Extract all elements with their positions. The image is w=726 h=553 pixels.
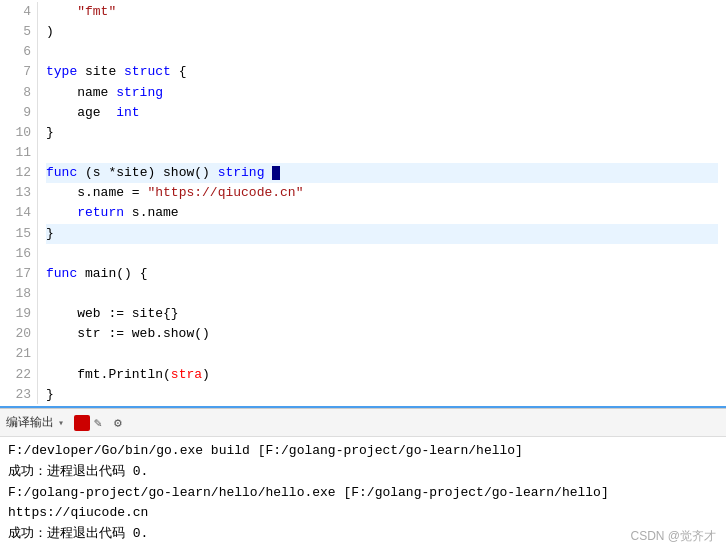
- line-number: 16: [6, 244, 31, 264]
- token-plain: str := web.show(): [46, 324, 210, 344]
- editor-area: 456789101112131415161718192021222324 "fm…: [0, 0, 726, 408]
- line-number: 6: [6, 42, 31, 62]
- line-number: 5: [6, 22, 31, 42]
- line-number: 23: [6, 385, 31, 405]
- token-plain: }: [46, 123, 54, 143]
- panel-label: 编译输出: [6, 414, 54, 431]
- token-error-token: stra: [171, 365, 202, 385]
- token-plain: [264, 163, 272, 183]
- code-line: }: [46, 385, 718, 404]
- code-content[interactable]: "fmt") type site struct { name string ag…: [38, 2, 726, 404]
- token-plain: }: [46, 385, 54, 404]
- token-string: "https://qiucode.cn": [147, 183, 303, 203]
- code-line: [46, 344, 718, 364]
- cursor: [272, 166, 280, 180]
- line-number: 21: [6, 344, 31, 364]
- token-kw: string: [218, 163, 265, 183]
- line-numbers: 456789101112131415161718192021222324: [0, 2, 38, 404]
- line-number: 14: [6, 203, 31, 223]
- token-plain: {: [171, 62, 187, 82]
- code-line: func (s *site) show() string: [46, 163, 718, 183]
- settings-button[interactable]: ⚙: [114, 415, 130, 431]
- line-number: 20: [6, 324, 31, 344]
- stop-button[interactable]: [74, 415, 90, 431]
- token-plain: ): [46, 22, 54, 42]
- token-plain: s.name: [124, 203, 179, 223]
- code-line: [46, 42, 718, 62]
- code-line: web := site{}: [46, 304, 718, 324]
- line-number: 10: [6, 123, 31, 143]
- output-line: F:/golang-project/go-learn/hello/hello.e…: [8, 483, 718, 504]
- bottom-panel: 编译输出 ▾ ✎ ⚙ F:/devloper/Go/bin/go.exe bui…: [0, 408, 726, 553]
- code-line: type site struct {: [46, 62, 718, 82]
- output-line: F:/devloper/Go/bin/go.exe build [F:/gola…: [8, 441, 718, 462]
- token-plain: name: [46, 83, 116, 103]
- line-number: 17: [6, 264, 31, 284]
- token-plain: age: [46, 103, 116, 123]
- code-line: func main() {: [46, 264, 718, 284]
- code-line: ): [46, 22, 718, 42]
- panel-output-wrapper: F:/devloper/Go/bin/go.exe build [F:/gola…: [0, 437, 726, 553]
- token-kw: int: [116, 103, 139, 123]
- token-kw: type: [46, 62, 77, 82]
- token-kw: func: [46, 264, 77, 284]
- line-number: 8: [6, 83, 31, 103]
- line-number: 15: [6, 224, 31, 244]
- line-number: 22: [6, 365, 31, 385]
- output-line: https://qiucode.cn: [8, 503, 718, 524]
- token-kw: string: [116, 83, 163, 103]
- token-plain: [46, 2, 77, 22]
- code-line: name string: [46, 83, 718, 103]
- line-number: 19: [6, 304, 31, 324]
- line-number: 4: [6, 2, 31, 22]
- output-line: 成功：进程退出代码 0.: [8, 524, 718, 545]
- line-number: 9: [6, 103, 31, 123]
- code-line: }: [46, 224, 718, 244]
- dropdown-arrow-icon[interactable]: ▾: [58, 417, 64, 429]
- code-line: s.name = "https://qiucode.cn": [46, 183, 718, 203]
- token-plain: }: [46, 224, 54, 244]
- token-plain: fmt.Println(: [46, 365, 171, 385]
- line-number: 11: [6, 143, 31, 163]
- edit-button[interactable]: ✎: [94, 415, 110, 431]
- panel-toolbar: 编译输出 ▾ ✎ ⚙: [0, 409, 726, 437]
- token-plain: site: [77, 62, 124, 82]
- code-line: [46, 143, 718, 163]
- code-line: }: [46, 123, 718, 143]
- line-number: 13: [6, 183, 31, 203]
- line-number: 24: [6, 405, 31, 406]
- code-line: fmt.Println(stra): [46, 365, 718, 385]
- token-kw: return: [77, 203, 124, 223]
- panel-output: F:/devloper/Go/bin/go.exe build [F:/gola…: [0, 437, 726, 549]
- output-line: 成功：进程退出代码 0.: [8, 462, 718, 483]
- token-string: "fmt": [77, 2, 116, 22]
- line-number: 7: [6, 62, 31, 82]
- code-line: return s.name: [46, 203, 718, 223]
- code-line: [46, 244, 718, 264]
- code-line: str := web.show(): [46, 324, 718, 344]
- token-kw: func: [46, 163, 77, 183]
- token-kw: struct: [124, 62, 171, 82]
- token-plain: (s *site) show(): [77, 163, 217, 183]
- code-line: [46, 284, 718, 304]
- token-plain: ): [202, 365, 210, 385]
- code-line: "fmt": [46, 2, 718, 22]
- token-plain: main() {: [77, 264, 147, 284]
- token-plain: [46, 203, 77, 223]
- line-number: 18: [6, 284, 31, 304]
- code-container: 456789101112131415161718192021222324 "fm…: [0, 0, 726, 406]
- token-plain: web := site{}: [46, 304, 179, 324]
- watermark: CSDN @觉齐才: [630, 528, 716, 545]
- line-number: 12: [6, 163, 31, 183]
- code-line: age int: [46, 103, 718, 123]
- token-plain: s.name =: [46, 183, 147, 203]
